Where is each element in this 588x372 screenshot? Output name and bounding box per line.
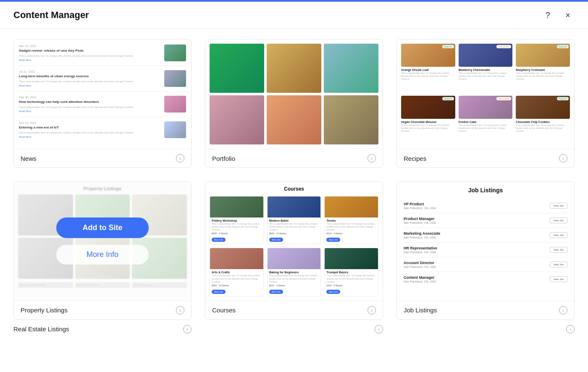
portfolio-label: Portfolio — [212, 155, 235, 162]
recipes-label: Recipes — [404, 155, 426, 162]
job-row: Product ManagerSan Francisco, CA, USA Vi… — [404, 213, 567, 228]
news-preview: Mar 22, 2022Gadget review: release of ne… — [14, 39, 191, 149]
recipes-card-footer: Recipes i — [397, 149, 574, 168]
job-row: VP ProductSan Francisco, CA, USA View Jo… — [404, 199, 567, 213]
view-job-button[interactable]: View Job — [550, 262, 567, 267]
more-info-button[interactable]: More Info — [56, 245, 149, 265]
add-to-site-button[interactable]: Add to Site — [56, 217, 149, 238]
card-job-listings: Job Listings VP ProductSan Francisco, CA… — [396, 181, 575, 320]
news-card-footer: News i — [14, 149, 191, 168]
recipes-preview: Beginner Orange Drizzle Loaf This is pla… — [397, 39, 574, 149]
card-courses: Courses Pottery Workshop This is placeho… — [205, 181, 383, 320]
card-portfolio: Portfolio i — [205, 39, 383, 168]
view-job-button[interactable]: View Job — [550, 217, 567, 223]
courses-info-icon[interactable]: i — [368, 306, 376, 314]
bottom-info-3[interactable]: i — [566, 325, 575, 333]
view-job-button[interactable]: View Job — [550, 247, 567, 253]
property-label: Property Listings — [21, 307, 68, 314]
portfolio-info-icon[interactable]: i — [368, 154, 376, 162]
property-info-icon[interactable]: i — [176, 306, 184, 314]
jobs-preview-area: Job Listings VP ProductSan Francisco, CA… — [397, 182, 574, 301]
job-row: Marketing AssociateSan Francisco, CA, US… — [404, 228, 567, 243]
card-property-listings: Property Listings Rosemary Mark — [13, 181, 192, 320]
cards-grid: Mar 22, 2022Gadget review: release of ne… — [13, 29, 575, 320]
card-news: Mar 22, 2022Gadget review: release of ne… — [13, 39, 192, 168]
portfolio-card-footer: Portfolio i — [205, 149, 383, 168]
content-area: Mar 22, 2022Gadget review: release of ne… — [0, 29, 588, 372]
jobs-info-icon[interactable]: i — [559, 306, 567, 314]
courses-preview-area: Courses Pottery Workshop This is placeho… — [205, 182, 383, 301]
card-recipes: Beginner Orange Drizzle Loaf This is pla… — [396, 39, 575, 168]
header: Content Manager ? × — [0, 2, 588, 29]
view-job-button[interactable]: View Job — [550, 203, 567, 209]
property-card-footer: Property Listings i — [14, 301, 191, 320]
job-row: HR RepresentativeSan Francisco, CA, USA … — [404, 243, 567, 257]
job-row: Account DirectorSan Francisco, CA, USA V… — [404, 257, 567, 272]
bottom-info-2[interactable]: i — [375, 325, 383, 333]
jobs-label: Job Listings — [404, 307, 437, 314]
news-label: News — [21, 155, 37, 162]
courses-card-footer: Courses i — [205, 301, 383, 320]
jobs-card-footer: Job Listings i — [397, 301, 574, 320]
news-info-icon[interactable]: i — [176, 154, 184, 162]
close-button[interactable]: × — [561, 8, 575, 22]
recipes-info-icon[interactable]: i — [559, 154, 567, 162]
job-row: Content ManagerSan Francisco, CA, USA Vi… — [404, 272, 567, 286]
page-title: Content Manager — [13, 10, 89, 21]
property-overlay: Add to Site More Info — [14, 182, 191, 301]
bottom-info-1[interactable]: i — [183, 325, 192, 333]
help-button[interactable]: ? — [541, 8, 554, 22]
view-job-button[interactable]: View Job — [550, 232, 567, 238]
view-job-button[interactable]: View Job — [550, 276, 567, 282]
bottom-label-1: Real Estate Listings — [13, 325, 69, 333]
courses-label: Courses — [212, 307, 236, 314]
portfolio-preview — [205, 39, 383, 149]
header-actions: ? × — [541, 8, 575, 22]
app-container: Content Manager ? × Mar 22, 2022Gadget r… — [0, 0, 588, 372]
property-preview: Property Listings Rosemary Mark — [14, 182, 191, 301]
